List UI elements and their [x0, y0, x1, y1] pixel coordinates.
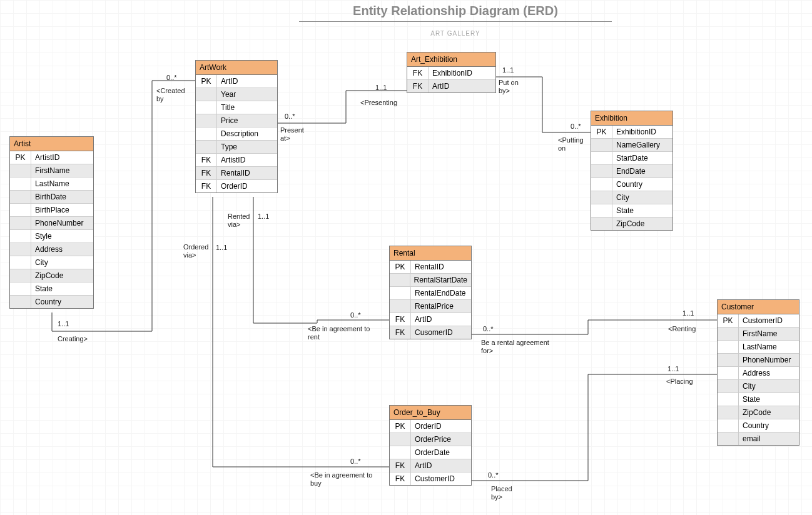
entity-order-header: Order_to_Buy [390, 406, 471, 420]
entity-row: FKRentalID [196, 167, 277, 180]
key-cell [10, 243, 31, 256]
entity-row: Country [10, 296, 93, 308]
label-rented-via: Rented via> [228, 212, 250, 229]
key-cell [10, 296, 31, 308]
entity-row: ZipCode [591, 218, 672, 230]
entity-row: OrderDate [390, 446, 471, 459]
label-ordered-via-mult: 1..1 [216, 244, 227, 252]
entity-art-exhibition-body: FKExhibitionIDFKArtID [407, 67, 495, 92]
key-cell: PK [390, 420, 411, 432]
entity-customer: Customer PKCustomerIDFirstNameLastNamePh… [717, 299, 799, 446]
entity-row: LastName [718, 341, 799, 354]
key-cell [718, 419, 739, 432]
field-cell: FirstName [739, 328, 799, 340]
key-cell [390, 300, 411, 312]
label-putting-on-mult: 0..* [571, 122, 581, 131]
field-cell: ArtID [411, 459, 471, 472]
label-agree-buy: <Be in agreement to buy [310, 471, 372, 488]
entity-order-body: PKOrderIDOrderPriceOrderDateFKArtIDFKCus… [390, 420, 471, 485]
label-creating-mult: 1..1 [58, 320, 69, 328]
page-subtitle: ART GALLERY [299, 30, 612, 37]
key-cell [10, 269, 31, 282]
key-cell: FK [196, 154, 217, 166]
entity-row: Title [196, 101, 277, 114]
field-cell: Country [739, 419, 799, 432]
field-cell: OrderPrice [411, 433, 471, 446]
key-cell [196, 114, 217, 127]
entity-row: ZipCode [10, 269, 93, 282]
entity-row: Address [10, 243, 93, 256]
entity-row: Description [196, 128, 277, 141]
field-cell: RentalStartDate [410, 274, 471, 286]
key-cell: FK [390, 472, 411, 485]
field-cell: RentalEndDate [411, 287, 471, 299]
entity-row: FKOrderID [196, 180, 277, 192]
field-cell: ArtistID [217, 154, 277, 166]
key-cell [591, 218, 612, 230]
field-cell: RentalID [411, 261, 471, 273]
field-cell: OrderDate [411, 446, 471, 459]
entity-exhibition-header: Exhibition [591, 111, 672, 126]
field-cell: CustomerID [411, 472, 471, 485]
label-rented-via-mult: 1..1 [258, 212, 269, 221]
label-renting: <Renting [668, 325, 696, 333]
entity-row: StartDate [591, 152, 672, 165]
key-cell: PK [196, 75, 217, 88]
label-rental-for-mult: 0..* [483, 325, 494, 333]
entity-row: FKCusomerID [390, 326, 471, 339]
key-cell [718, 380, 739, 392]
field-cell: Title [217, 101, 277, 114]
label-agree-rent-mult: 0..* [350, 311, 361, 319]
field-cell: BirthDate [31, 191, 93, 203]
field-cell: City [739, 380, 799, 392]
label-placing: <Placing [666, 378, 693, 386]
key-cell [591, 191, 612, 204]
key-cell: PK [591, 126, 612, 138]
key-cell [10, 204, 31, 216]
key-cell [718, 328, 739, 340]
label-presenting: <Presenting [360, 99, 397, 107]
field-cell: Price [217, 114, 277, 127]
key-cell [10, 178, 31, 190]
entity-row: RentalStartDate [390, 274, 471, 287]
label-ordered-via: Ordered via> [183, 243, 208, 259]
field-cell: City [612, 191, 672, 204]
field-cell: Country [612, 178, 672, 191]
entity-row: email [718, 432, 799, 445]
field-cell: CustomerID [739, 314, 799, 327]
page-title: Entity Relationship Diagram (ERD) [299, 4, 612, 18]
entity-customer-body: PKCustomerIDFirstNameLastNamePhoneNumber… [718, 314, 799, 445]
field-cell: Address [31, 243, 93, 256]
entity-row: Country [718, 419, 799, 432]
key-cell: PK [10, 151, 31, 164]
field-cell: State [739, 393, 799, 406]
entity-row: FKArtistID [196, 154, 277, 167]
entity-row: Type [196, 141, 277, 154]
field-cell: ArtID [217, 75, 277, 88]
entity-rental-header: Rental [390, 246, 471, 261]
entity-artwork-header: ArtWork [196, 61, 277, 75]
key-cell [10, 230, 31, 242]
entity-row: RentalEndDate [390, 287, 471, 300]
entity-row: City [718, 380, 799, 393]
field-cell: Year [217, 88, 277, 101]
label-renting-mult: 1..1 [683, 309, 694, 318]
entity-artist-header: Artist [10, 137, 93, 151]
key-cell [718, 406, 739, 419]
key-cell [196, 88, 217, 101]
key-cell [718, 354, 739, 366]
field-cell: Country [31, 296, 93, 308]
key-cell: PK [390, 261, 411, 273]
key-cell [591, 178, 612, 191]
entity-row: State [718, 393, 799, 406]
entity-row: NameGallery [591, 139, 672, 152]
key-cell [718, 367, 739, 379]
key-cell [10, 282, 31, 295]
key-cell [591, 139, 612, 151]
field-cell: EndDate [612, 165, 672, 178]
key-cell [718, 432, 739, 445]
entity-row: ZipCode [718, 406, 799, 419]
entity-row: FKArtID [390, 459, 471, 472]
label-rental-for: Be a rental agreement for> [481, 339, 549, 355]
key-cell [390, 274, 410, 286]
